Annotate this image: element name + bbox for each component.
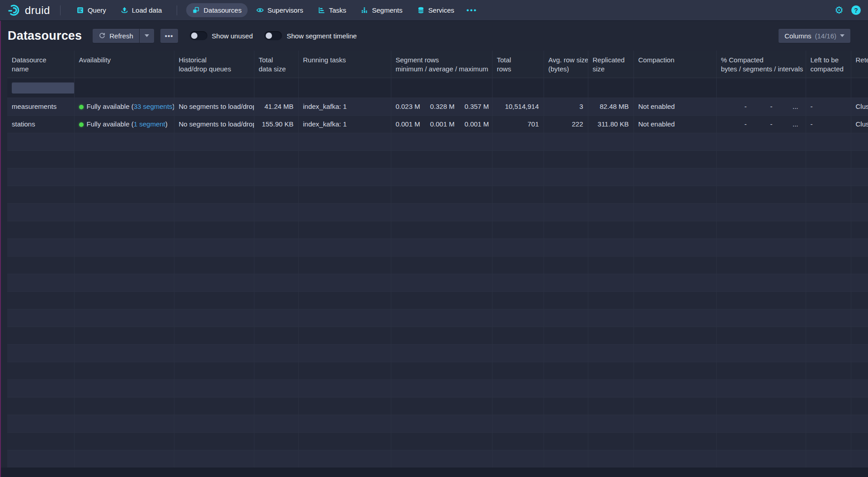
empty-cell	[7, 309, 74, 327]
empty-cell	[588, 327, 633, 344]
empty-row	[7, 432, 868, 450]
column-header-compaction[interactable]: Compaction	[633, 51, 716, 78]
empty-cell	[716, 133, 806, 150]
empty-cell	[716, 274, 806, 291]
column-header-availability[interactable]: Availability	[74, 51, 174, 78]
empty-cell	[851, 379, 868, 397]
empty-cell	[492, 415, 544, 432]
empty-cell	[492, 221, 544, 238]
refresh-interval-dropdown-button[interactable]	[140, 29, 154, 43]
empty-cell	[7, 256, 74, 274]
nav-item-datasources[interactable]: Datasources	[186, 3, 247, 17]
table-row-measurements[interactable]: measurementsFully available (33 segments…	[7, 98, 868, 115]
datasource-name-filter-input[interactable]	[12, 82, 74, 94]
chevron-down-icon	[840, 34, 845, 37]
empty-cell	[298, 450, 391, 468]
segments-link[interactable]: 33 segments	[134, 103, 173, 110]
empty-cell	[391, 150, 492, 168]
column-header-retention[interactable]: Retention	[851, 51, 868, 78]
cell-pct_compacted: --...	[716, 115, 806, 133]
empty-cell	[74, 362, 174, 379]
empty-row	[7, 238, 868, 256]
empty-cell	[254, 450, 298, 468]
empty-cell	[806, 432, 851, 450]
empty-cell	[492, 150, 544, 168]
empty-cell	[633, 291, 716, 309]
value: 0.001 M	[464, 120, 489, 128]
empty-cell	[391, 432, 492, 450]
nav-item-load-data[interactable]: Load data	[115, 3, 168, 17]
empty-cell	[391, 238, 492, 256]
empty-cell	[7, 203, 74, 221]
column-header-running_tasks[interactable]: Running tasks	[298, 51, 391, 78]
cell-retention: Cluster default	[851, 98, 868, 115]
column-header-replicated_size[interactable]: Replicatedsize	[588, 51, 633, 78]
empty-cell	[391, 327, 492, 344]
nav-item-segments[interactable]: Segments	[355, 3, 408, 17]
empty-cell	[806, 238, 851, 256]
load-data-icon	[121, 6, 128, 14]
nav-item-tasks[interactable]: Tasks	[312, 3, 352, 17]
empty-cell	[544, 133, 588, 150]
empty-cell	[851, 397, 868, 415]
cell-name: stations	[7, 115, 74, 133]
empty-cell	[588, 309, 633, 327]
empty-cell	[298, 432, 391, 450]
segments-link[interactable]: 1 segment	[134, 120, 165, 128]
empty-cell	[391, 362, 492, 379]
empty-cell	[74, 432, 174, 450]
cell-replicated_size: 82.48 MB	[588, 98, 633, 115]
column-header-name[interactable]: Datasourcename	[7, 51, 74, 78]
empty-cell	[174, 291, 254, 309]
empty-cell	[298, 379, 391, 397]
empty-cell	[254, 309, 298, 327]
help-icon[interactable]: ?	[851, 5, 861, 15]
empty-cell	[544, 309, 588, 327]
column-header-avg_row_size[interactable]: Avg. row size(bytes)	[544, 51, 588, 78]
column-header-left_to_be_compacted[interactable]: Left to becompacted	[806, 51, 851, 78]
cell-segment_rows: 0.023 M0.328 M0.357 M	[391, 98, 492, 115]
gear-icon[interactable]: ⚙	[835, 5, 844, 15]
value: -	[721, 120, 747, 128]
empty-cell	[588, 344, 633, 362]
table-row-stations[interactable]: stationsFully available (1 segment)No se…	[7, 115, 868, 133]
nav-item-query[interactable]: Query	[70, 3, 112, 17]
column-header-segment_rows[interactable]: Segment rowsminimum / average / maximum	[391, 51, 492, 78]
column-header-total_data_size[interactable]: Totaldata size	[254, 51, 298, 78]
empty-cell	[254, 291, 298, 309]
value: 0.328 M	[430, 103, 455, 110]
empty-cell	[806, 150, 851, 168]
empty-cell	[716, 415, 806, 432]
empty-cell	[7, 415, 74, 432]
column-header-pct_compacted[interactable]: % Compactedbytes / segments / intervals	[716, 51, 806, 78]
column-header-load_drop[interactable]: Historicalload/drop queues	[174, 51, 254, 78]
empty-cell	[254, 362, 298, 379]
nav-more-button[interactable]: •••	[463, 4, 481, 17]
columns-dropdown-button[interactable]: Columns (14/16)	[779, 29, 850, 43]
filter-cell-empty	[806, 78, 851, 98]
empty-cell	[588, 274, 633, 291]
empty-row	[7, 450, 868, 468]
empty-cell	[716, 450, 806, 468]
show-segment-timeline-toggle[interactable]	[264, 31, 282, 40]
empty-cell	[254, 344, 298, 362]
refresh-button[interactable]: Refresh	[93, 29, 139, 43]
column-header-total_rows[interactable]: Totalrows	[492, 51, 544, 78]
empty-cell	[851, 256, 868, 274]
empty-cell	[74, 309, 174, 327]
empty-row	[7, 274, 868, 291]
cell-load_drop: No segments to load/drop	[174, 98, 254, 115]
empty-cell	[74, 186, 174, 203]
druid-logo[interactable]: druid	[7, 4, 50, 17]
cell-retention: Cluster default	[851, 115, 868, 133]
nav-item-services[interactable]: Services	[411, 3, 460, 17]
show-unused-toggle[interactable]	[190, 31, 207, 40]
cell-availability: Fully available (33 segments)	[74, 98, 174, 115]
empty-cell	[492, 203, 544, 221]
empty-cell	[851, 450, 868, 468]
empty-cell	[633, 344, 716, 362]
empty-cell	[254, 274, 298, 291]
nav-item-supervisors[interactable]: Supervisors	[250, 3, 309, 17]
empty-cell	[74, 150, 174, 168]
more-actions-button[interactable]: •••	[160, 29, 178, 43]
